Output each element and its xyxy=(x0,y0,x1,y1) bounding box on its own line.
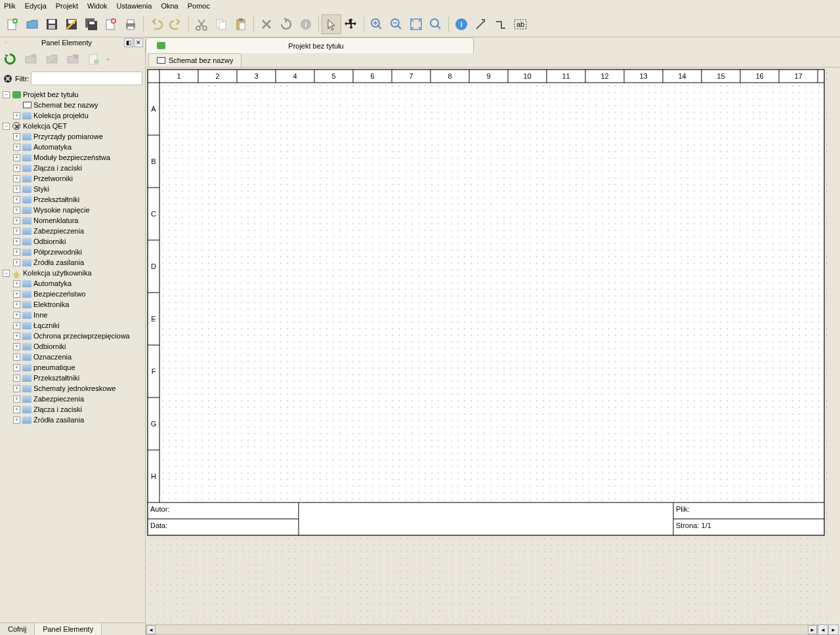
tree-qet-item-5[interactable]: +Styki xyxy=(0,184,145,194)
expand-icon[interactable]: + xyxy=(13,186,20,193)
reload-button[interactable] xyxy=(1,51,18,68)
tree-qet-item-0[interactable]: +Przyrządy pomiarowe xyxy=(0,131,145,142)
expand-icon[interactable]: + xyxy=(13,333,20,340)
expand-icon[interactable]: + xyxy=(13,322,20,329)
tree-qet-item-1[interactable]: +Automatyka xyxy=(0,142,145,152)
expand-icon[interactable]: + xyxy=(13,291,20,298)
menu-widok[interactable]: Widok xyxy=(87,2,108,10)
edit-element-button[interactable] xyxy=(43,51,60,68)
delete-button[interactable] xyxy=(257,14,276,34)
expand-icon[interactable]: + xyxy=(13,364,20,371)
expand-icon[interactable]: − xyxy=(3,91,10,98)
tree-project[interactable]: −Projekt bez tytułu xyxy=(0,89,145,100)
expand-icon[interactable]: + xyxy=(13,207,20,214)
zoom-out-button[interactable] xyxy=(387,14,406,34)
tree-qet-item-8[interactable]: +Nomenklatura xyxy=(0,215,145,226)
menu-pomoc[interactable]: Pomoc xyxy=(188,2,210,10)
cut-button[interactable] xyxy=(192,14,211,34)
drawing-canvas[interactable]: 1234567891011121314151617ABCDEFGHAutor:D… xyxy=(146,68,840,625)
panel-close-button[interactable]: ✕ xyxy=(134,38,143,47)
open-button[interactable] xyxy=(22,14,42,34)
expand-icon[interactable]: + xyxy=(13,165,20,172)
expand-icon[interactable]: + xyxy=(13,312,20,319)
expand-icon[interactable]: + xyxy=(13,217,20,224)
tree-project-collection[interactable]: +Kolekcja projektu xyxy=(0,110,145,121)
save-all-button[interactable] xyxy=(81,14,101,34)
expand-icon[interactable]: + xyxy=(13,144,20,151)
expand-icon[interactable]: + xyxy=(13,280,20,287)
expand-icon[interactable]: + xyxy=(13,417,20,424)
tree-user-item-11[interactable]: +Zabezpieczenia xyxy=(0,394,145,404)
tree-qet-item-4[interactable]: +Przetworniki xyxy=(0,173,145,184)
menu-edycja[interactable]: Edycja xyxy=(25,2,47,10)
scroll-left-corner[interactable]: ◄ xyxy=(818,625,828,635)
expand-icon[interactable]: + xyxy=(13,301,20,308)
tree-user-item-1[interactable]: +Bezpieczeństwo xyxy=(0,289,145,299)
expand-icon[interactable]: + xyxy=(13,154,20,161)
tree-user-item-5[interactable]: +Ochrona przeciwprzepięciowa xyxy=(0,331,145,341)
tree-qet-item-2[interactable]: +Moduły bezpieczeństwa xyxy=(0,152,145,163)
tree-schematic[interactable]: Schemat bez nazwy xyxy=(0,100,145,110)
close-file-button[interactable] xyxy=(101,14,121,34)
menu-projekt[interactable]: Projekt xyxy=(56,2,78,10)
expand-icon[interactable]: + xyxy=(13,196,20,203)
conductor-reset-button[interactable] xyxy=(471,14,491,34)
scroll-right-button[interactable]: ► xyxy=(808,625,817,634)
expand-icon[interactable]: + xyxy=(13,396,20,403)
move-mode-button[interactable] xyxy=(341,14,361,34)
expand-icon[interactable]: + xyxy=(13,133,20,140)
expand-icon[interactable]: + xyxy=(13,249,20,256)
tree-user-item-10[interactable]: +Schematy jednokreskowe xyxy=(0,383,145,394)
expand-icon[interactable]: + xyxy=(13,259,20,266)
print-button[interactable] xyxy=(121,14,140,34)
zoom-in-button[interactable] xyxy=(367,14,387,34)
tree-user-item-12[interactable]: +Złącza i zaciski xyxy=(0,404,145,415)
filter-clear-button[interactable] xyxy=(3,73,13,84)
menu-okna[interactable]: Okna xyxy=(161,2,178,10)
expand-icon[interactable]: + xyxy=(13,112,20,119)
expand-icon[interactable]: + xyxy=(13,406,20,413)
expand-icon[interactable]: + xyxy=(13,354,20,361)
tree-qet-collection[interactable]: −Kolekcja QET xyxy=(0,121,145,131)
tree-user-item-0[interactable]: +Automatyka xyxy=(0,278,145,289)
elements-tree[interactable]: −Projekt bez tytułuSchemat bez nazwy+Kol… xyxy=(0,87,145,623)
tree-user-item-2[interactable]: +Elektronika xyxy=(0,299,145,310)
tree-user-item-3[interactable]: +Inne xyxy=(0,310,145,320)
delete-element-button[interactable] xyxy=(64,51,81,68)
redo-button[interactable] xyxy=(166,14,186,34)
about-button[interactable]: i xyxy=(452,14,471,34)
expand-icon[interactable]: + xyxy=(13,238,20,245)
info-button[interactable]: i xyxy=(296,14,316,34)
schematic-tab[interactable]: Schemat bez nazwy xyxy=(148,53,242,67)
import-element-button[interactable] xyxy=(85,51,102,68)
tree-qet-item-3[interactable]: +Złącza i zaciski xyxy=(0,163,145,173)
paste-button[interactable] xyxy=(231,14,251,34)
zoom-fit-button[interactable] xyxy=(406,14,426,34)
menu-ustawienia[interactable]: Ustawienia xyxy=(117,2,152,10)
tab-elements-panel[interactable]: Panel Elementy xyxy=(35,623,102,635)
expand-icon[interactable]: + xyxy=(13,343,20,350)
tree-user-item-9[interactable]: +Przekształtniki xyxy=(0,373,145,383)
filter-input[interactable] xyxy=(31,72,142,85)
panel-float-button[interactable]: ◧ xyxy=(124,38,133,47)
expand-icon[interactable]: + xyxy=(13,228,20,235)
menu-plik[interactable]: Plik xyxy=(4,2,16,10)
tree-qet-item-11[interactable]: +Półprzewodniki xyxy=(0,247,145,257)
expand-icon[interactable]: + xyxy=(13,175,20,182)
panel-toolbar-more[interactable]: » xyxy=(106,56,113,62)
tree-qet-item-6[interactable]: +Przekształtniki xyxy=(0,194,145,205)
tree-qet-item-7[interactable]: +Wysokie napięcie xyxy=(0,205,145,215)
tree-user-item-13[interactable]: +Źródła zasilania xyxy=(0,415,145,425)
expand-icon[interactable] xyxy=(13,102,20,109)
expand-icon[interactable]: − xyxy=(3,123,10,130)
new-file-button[interactable] xyxy=(3,14,22,34)
default-conductor-button[interactable] xyxy=(491,14,511,34)
panel-grip[interactable] xyxy=(2,42,10,43)
new-folder-button[interactable] xyxy=(22,51,39,68)
zoom-reset-button[interactable] xyxy=(426,14,446,34)
undo-button[interactable] xyxy=(146,14,166,34)
tab-undo-history[interactable]: Cofnij xyxy=(0,623,35,635)
expand-icon[interactable]: + xyxy=(13,375,20,382)
tree-qet-item-9[interactable]: +Zabezpieczenia xyxy=(0,226,145,236)
document-tab[interactable]: Projekt bez tytułu xyxy=(146,37,474,53)
